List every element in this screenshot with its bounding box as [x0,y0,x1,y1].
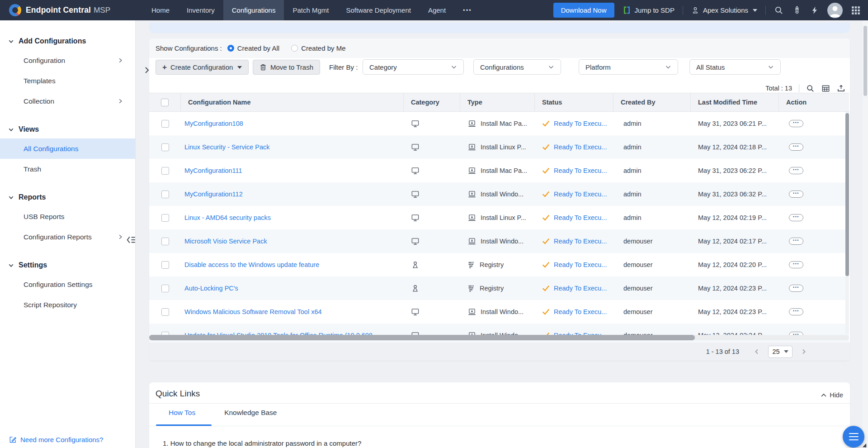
move-to-trash-button[interactable]: Move to Trash [253,60,320,75]
sidebar-section-title-views[interactable]: Views [0,120,135,138]
nav-item-agent[interactable]: Agent [420,0,454,20]
filter-dropdown-category[interactable]: Category [363,59,464,75]
resize-handle-icon[interactable] [863,443,866,447]
nav-item-configurations[interactable]: Configurations [223,0,284,20]
hide-quick-links-link[interactable]: Hide [821,391,843,399]
row-checkbox[interactable] [161,191,169,198]
lightning-icon[interactable] [810,6,819,15]
sidebar-item-configuration-settings[interactable]: Configuration Settings [0,274,135,295]
row-checkbox[interactable] [161,261,169,269]
configuration-name-link[interactable]: Linux - AMD64 security packs [184,214,271,221]
quick-link-item[interactable]: 1. How to change the local administrator… [163,439,361,447]
column-header-last-modified-time[interactable]: Last Modified Time [691,93,779,111]
status-link[interactable]: Ready To Execu... [554,191,607,198]
configuration-name-link[interactable]: MyConfiguration108 [184,120,243,127]
status-link[interactable]: Ready To Execu... [554,238,607,245]
status-link[interactable]: Ready To Execu... [554,214,607,221]
row-actions-button[interactable]: ••• [789,261,803,268]
download-now-button[interactable]: Download Now [553,3,614,18]
row-actions-button[interactable]: ••• [789,308,803,315]
avatar[interactable] [827,3,843,18]
row-actions-button[interactable]: ••• [789,214,803,221]
configuration-name-link[interactable]: MyConfiguration111 [184,167,242,174]
page-scrollbar-thumb[interactable] [863,26,867,96]
sidebar-item-trash[interactable]: Trash [0,159,135,179]
row-checkbox[interactable] [161,238,169,245]
sidebar-item-templates[interactable]: Templates [0,71,135,91]
radio-created-by-all[interactable]: Created by All [227,44,279,52]
create-configuration-button[interactable]: + Create Configuration [156,60,249,75]
row-actions-button[interactable]: ••• [789,143,803,151]
status-link[interactable]: Ready To Execu... [554,308,607,315]
row-actions-button[interactable]: ••• [789,191,803,198]
row-actions-button[interactable]: ••• [789,120,803,127]
configuration-name-link[interactable]: MyConfiguration112 [184,191,243,198]
sidebar-item-configuration-reports[interactable]: Configuration Reports [0,227,135,247]
nav-item-software-deployment[interactable]: Software Deployment [338,0,420,20]
configuration-name-link[interactable]: Auto-Locking PC's [184,285,238,292]
row-actions-button[interactable]: ••• [789,167,803,174]
column-header-created-by[interactable]: Created By [613,93,691,111]
rocket-icon[interactable] [792,5,802,15]
need-more-configurations-link[interactable]: Need more Configurations? [9,436,103,443]
sidebar-item-collection[interactable]: Collection [0,91,135,111]
table-horizontal-scrollbar-thumb[interactable] [149,335,695,340]
computer-category-icon [411,167,420,175]
configuration-name-link[interactable]: Windows Malicious Software Removal Tool … [184,308,322,315]
column-header-category[interactable]: Category [404,93,460,111]
tab-how-tos[interactable]: How Tos [169,409,195,425]
sidebar-item-usb-reports[interactable]: USB Reports [0,206,135,227]
column-chooser-icon[interactable] [821,84,830,93]
page-size-select[interactable]: 25 [768,346,793,358]
sidebar-collapse-icon[interactable] [126,234,137,246]
computer-category-icon [411,214,420,222]
table-search-icon[interactable] [806,84,815,93]
row-checkbox[interactable] [161,120,169,128]
status-link[interactable]: Ready To Execu... [554,143,607,151]
column-header-status[interactable]: Status [535,93,613,111]
type-cell: Install Windo... [460,190,535,199]
apps-grid-icon[interactable] [851,5,861,15]
sidebar-item-configuration[interactable]: Configuration [0,50,135,71]
search-icon[interactable] [774,5,784,15]
nav-item-more[interactable]: ••• [454,0,481,20]
status-link[interactable]: Ready To Execu... [554,120,607,127]
sidebar-item-script-repository[interactable]: Script Repository [0,295,135,315]
status-link[interactable]: Ready To Execu... [554,167,607,174]
row-checkbox[interactable] [161,167,169,175]
nav-item-inventory[interactable]: Inventory [178,0,223,20]
column-header-action[interactable]: Action [779,93,849,111]
sidebar-section-title-settings[interactable]: Settings [0,256,135,274]
row-checkbox[interactable] [161,285,169,292]
row-checkbox[interactable] [161,143,169,151]
sidebar-section-title-reports[interactable]: Reports [0,188,135,206]
configuration-name-link[interactable]: Linux Security - Service Pack [184,143,270,151]
row-checkbox[interactable] [161,308,169,316]
table-vertical-scrollbar-thumb[interactable] [845,113,849,276]
nav-item-patch-mgmt[interactable]: Patch Mgmt [284,0,337,20]
sidebar-item-all-configurations[interactable]: All Configurations [0,138,135,159]
status-link[interactable]: Ready To Execu... [554,261,607,268]
column-header-type[interactable]: Type [460,93,535,111]
filter-dropdown-all-status[interactable]: All Status [689,59,781,75]
nav-item-home[interactable]: Home [143,0,178,20]
row-checkbox[interactable] [161,214,169,222]
filter-dropdown-platform[interactable]: Platform [579,59,678,75]
select-all-checkbox[interactable] [161,99,169,106]
row-actions-button[interactable]: ••• [789,238,803,245]
filter-dropdown-configurations[interactable]: Configurations [473,59,561,75]
jump-to-sdp-link[interactable]: Jump to SDP [623,6,675,14]
radio-created-by-me[interactable]: Created by Me [291,44,345,52]
export-icon[interactable] [837,84,845,93]
column-header-configuration-name[interactable]: Configuration Name [181,93,404,111]
tab-knowledge-base[interactable]: Knowledge Base [224,409,277,425]
sidebar-section-title-add-configurations[interactable]: Add Configurations [0,32,135,50]
previous-page-icon[interactable] [754,348,760,355]
configuration-name-link[interactable]: Disable access to the Windows update fea… [184,261,319,268]
next-page-icon[interactable] [801,348,807,355]
floating-menu-button[interactable] [843,426,864,448]
account-menu[interactable]: Apex Solutions [691,6,757,14]
configuration-name-link[interactable]: Microsoft Visio Service Pack [184,238,267,245]
status-link[interactable]: Ready To Execu... [554,285,607,292]
row-actions-button[interactable]: ••• [789,285,803,292]
